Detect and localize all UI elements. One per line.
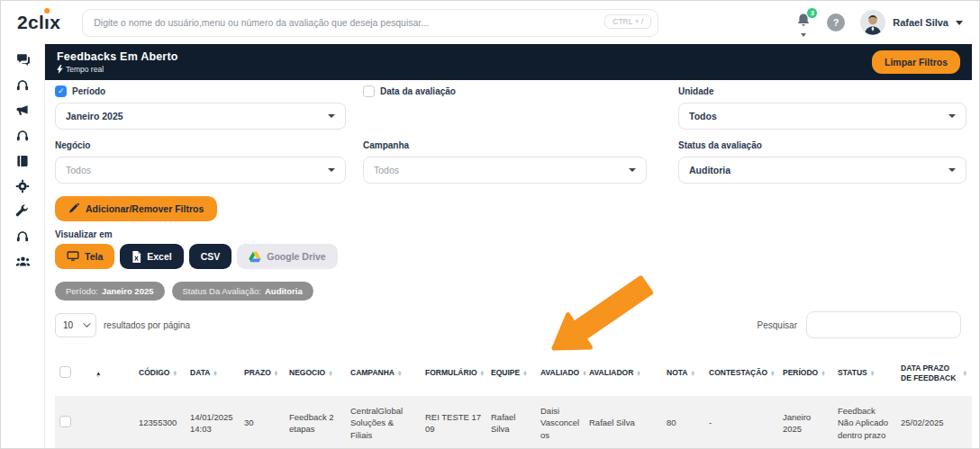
add-remove-filters-button[interactable]: Adicionar/Remover Filtros — [55, 196, 217, 221]
notifications-button[interactable]: 3 — [795, 13, 812, 32]
column-header-prazo[interactable]: PRAZO — [240, 351, 285, 396]
negocio-select[interactable]: Todos — [55, 157, 346, 184]
column-header-formulario[interactable]: FORMULÁRIO — [421, 351, 486, 396]
column-header-periodo[interactable]: PERÍODO — [778, 351, 833, 396]
row-checkbox[interactable] — [59, 416, 71, 427]
campanha-select[interactable]: Todos — [363, 157, 647, 184]
sort-icon — [480, 371, 485, 377]
user-avatar — [860, 10, 885, 35]
user-menu[interactable]: Rafael Silva — [860, 10, 963, 35]
page-title: Feedbacks Em Aberto — [57, 50, 178, 63]
sidebar-item-settings[interactable] — [11, 178, 34, 193]
chat-messages-icon — [15, 52, 31, 67]
brand-logo[interactable]: 2clıx — [17, 12, 60, 33]
column-header-sort[interactable] — [91, 351, 134, 396]
chip-status-avaliacao: Status Da Avaliação:Auditoria — [172, 282, 313, 301]
keyboard-shortcut-hint: CTRL + / — [604, 14, 651, 30]
page-size-select[interactable]: 10 — [55, 313, 96, 337]
main-panel: Feedbacks Em Aberto Tempo real Limpar Fi… — [45, 44, 979, 449]
column-header-avaliado[interactable]: AVALIADO — [536, 351, 585, 396]
top-bar: 2clıx CTRL + / 3 ? — [1, 1, 979, 44]
view-csv-button[interactable]: CSV — [189, 244, 232, 269]
column-header-negocio[interactable]: NEGOCIO — [285, 351, 346, 396]
chevron-down-icon — [948, 114, 956, 118]
notification-count-badge: 3 — [806, 7, 818, 19]
column-header-campanha[interactable]: CAMPANHA — [346, 351, 421, 396]
column-header-nota[interactable]: NOTA — [662, 351, 704, 396]
help-button[interactable]: ? — [827, 13, 845, 31]
sidebar-item-teams[interactable] — [11, 254, 34, 269]
sort-icon — [213, 371, 217, 377]
user-name: Rafael Silva — [893, 17, 948, 28]
column-header-status[interactable]: STATUS — [833, 351, 896, 396]
select-all-cell — [55, 351, 91, 396]
periodo-checkbox[interactable] — [55, 85, 67, 97]
unidade-select[interactable]: Todos — [678, 103, 966, 130]
sort-icon — [870, 371, 875, 377]
global-search-input[interactable] — [94, 17, 594, 28]
screen-icon — [67, 251, 79, 262]
column-header-avaliador[interactable]: AVALIADOR — [585, 351, 662, 396]
view-tela-button[interactable]: Tela — [55, 244, 114, 269]
table-controls: 10 resultados por página Pesquisar — [55, 311, 972, 338]
cell-contestacao: - — [704, 396, 778, 449]
sidebar-item-support[interactable] — [11, 229, 34, 244]
google-drive-icon — [249, 251, 261, 263]
column-header-codigo[interactable]: CÓDIGO — [134, 351, 186, 396]
sort-icon — [274, 371, 278, 377]
chevron-down-icon — [328, 168, 335, 172]
content-area: Período Janeiro 2025 Negócio Todos — [45, 80, 972, 449]
column-header-equipe[interactable]: EQUIPE — [486, 351, 536, 396]
row-select-cell — [55, 396, 91, 449]
chip-periodo: Período:Janeiro 2025 — [55, 282, 165, 301]
periodo-label: Período — [72, 86, 105, 96]
select-all-checkbox[interactable] — [59, 366, 71, 378]
page-size-label: resultados por página — [104, 320, 190, 330]
megaphone-icon — [15, 103, 30, 118]
sidebar-item-audio[interactable] — [11, 128, 34, 143]
table-search-input[interactable] — [806, 311, 961, 338]
campanha-label: Campanha — [363, 139, 647, 151]
status-avaliacao-label: Status da avaliação — [678, 139, 966, 151]
logo-dot-icon — [44, 8, 50, 13]
logo-text: 2cl — [17, 12, 44, 33]
feedbacks-table: CÓDIGO DATA PRAZO NEGOCIO CAMPANHA FORMU… — [55, 351, 972, 449]
view-google-drive-button[interactable]: Google Drive — [237, 244, 337, 269]
sidebar-item-campaigns[interactable] — [11, 103, 34, 118]
headset-icon — [15, 129, 30, 143]
chevron-down-icon — [629, 168, 636, 172]
cell-equipe: Rafael Silva — [486, 396, 536, 449]
team-icon — [15, 254, 31, 269]
realtime-label: Tempo real — [66, 65, 104, 74]
chevron-down-icon — [956, 21, 963, 25]
wrench-icon — [15, 204, 30, 219]
clear-filters-button[interactable]: Limpar Filtros — [872, 50, 960, 74]
view-in-label: Visualizar em — [55, 229, 972, 239]
global-search: CTRL + / — [82, 9, 658, 37]
question-mark-icon: ? — [833, 17, 839, 28]
periodo-select[interactable]: Janeiro 2025 — [55, 103, 346, 130]
sidebar-item-monitoring[interactable] — [11, 77, 34, 93]
status-avaliacao-select[interactable]: Auditoria — [678, 157, 966, 184]
cell-campanha: CentralGlobal Soluções & Filiais — [346, 396, 421, 449]
cell-avaliador: Rafael Silva — [585, 396, 662, 449]
cell-data: 14/01/2025 14:03 — [186, 396, 240, 449]
sidebar-item-chat[interactable] — [11, 52, 34, 67]
view-excel-button[interactable]: Excel — [120, 244, 183, 269]
sort-icon — [172, 371, 177, 377]
chevron-down-icon — [948, 168, 956, 172]
sort-icon — [582, 371, 586, 377]
column-header-data[interactable]: DATA — [186, 351, 240, 396]
chevron-down-icon — [328, 114, 335, 118]
notebook-icon — [15, 154, 30, 168]
page-header: Feedbacks Em Aberto Tempo real Limpar Fi… — [45, 44, 972, 80]
column-header-contestacao[interactable]: CONTESTAÇÃO — [704, 351, 778, 396]
cell-codigo: 12355300 — [134, 396, 186, 449]
bell-caret-icon — [801, 33, 806, 37]
column-header-data-prazo-feedback[interactable]: DATA PRAZO DE FEEDBACK — [896, 351, 972, 396]
sidebar-item-records[interactable] — [11, 153, 34, 168]
data-avaliacao-checkbox[interactable] — [363, 85, 375, 97]
data-avaliacao-label: Data da avaliação — [380, 86, 456, 96]
sidebar-item-tools[interactable] — [11, 203, 34, 219]
cell-prazo: 30 — [240, 396, 285, 449]
